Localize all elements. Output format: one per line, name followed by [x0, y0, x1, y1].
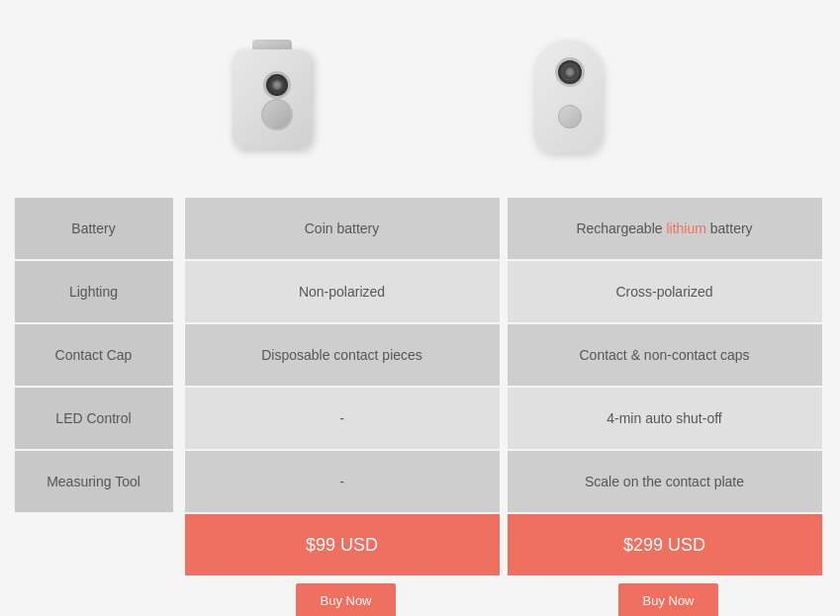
product1-lighting-cell: Non-polarized — [185, 261, 500, 322]
product2-buy-container: Buy Now — [515, 583, 822, 616]
product1-battery-cell: Coin battery — [185, 198, 500, 259]
device2-lens — [555, 57, 585, 87]
product1-image — [208, 30, 336, 168]
measuring-tool-label: Measuring Tool — [15, 451, 173, 512]
page-wrapper: Battery Lighting Contact Cap LED Control… — [15, 20, 826, 616]
product2-lighting-cell: Cross-polarized — [508, 261, 822, 322]
product2-buy-now-button[interactable]: Buy Now — [618, 583, 717, 616]
product1-price-cell: $99 USD — [185, 514, 500, 575]
device2-illustration — [531, 35, 606, 163]
product2-led-control-cell: 4-min auto shut-off — [508, 388, 822, 449]
lighting-label: Lighting — [15, 261, 173, 322]
product2-measuring-tool-cell: Scale on the contact plate — [508, 451, 822, 512]
device1-illustration — [228, 40, 317, 158]
product2-contact-cap-cell: Contact & non-contact caps — [508, 324, 822, 386]
led-control-label: LED Control — [15, 388, 173, 449]
product2-price-cell: $299 USD — [508, 514, 822, 575]
labels-column: Battery Lighting Contact Cap LED Control… — [15, 198, 173, 575]
product1-measuring-tool-cell: - — [185, 451, 500, 512]
product1-buy-now-button[interactable]: Buy Now — [296, 583, 395, 616]
product1-led-control-cell: - — [185, 388, 500, 449]
product1-column: Coin battery Non-polarized Disposable co… — [185, 198, 500, 575]
buy-now-spacer — [15, 583, 181, 616]
comparison-table: Battery Lighting Contact Cap LED Control… — [15, 198, 826, 575]
device1-lens — [263, 71, 291, 99]
device2-button — [558, 105, 582, 129]
device2-body — [533, 40, 603, 153]
contact-cap-label: Contact Cap — [15, 324, 173, 386]
device1-circle — [261, 99, 293, 131]
product1-buy-container: Buy Now — [193, 583, 500, 616]
product2-column: Rechargeable lithium battery Cross-polar… — [508, 198, 822, 575]
device2-lens-inner — [563, 65, 577, 79]
buy-now-row: Buy Now Buy Now — [15, 583, 826, 616]
battery-label: Battery — [15, 198, 173, 259]
product2-image — [505, 30, 633, 168]
battery-highlight: lithium — [666, 220, 705, 236]
product1-contact-cap-cell: Disposable contact pieces — [185, 324, 500, 386]
products-row — [15, 20, 826, 168]
device1-lens-inner — [270, 78, 284, 92]
device1-body — [233, 49, 312, 148]
product2-battery-cell: Rechargeable lithium battery — [508, 198, 822, 259]
